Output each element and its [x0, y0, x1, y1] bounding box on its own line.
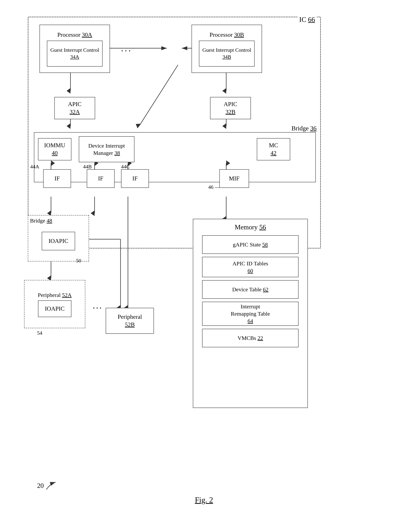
if-44a-label: IF [55, 175, 60, 182]
apic-32b-number: 32B [226, 108, 235, 116]
proc-30a-label: Processor 30A [57, 31, 92, 39]
ic-box: IC 66 Bridge 36 Processor 30A Guest Inte… [28, 17, 321, 249]
peripheral-52b-label: Peripheral [117, 313, 142, 321]
gapic-state-58: gAPIC State 58 [202, 235, 298, 254]
dim-label: Device Interrupt [88, 142, 125, 149]
bridge36-label: Bridge 36 [291, 125, 316, 132]
if-44b: IF [87, 169, 115, 188]
bridge36-box: IOMMU 40 Device Interrupt Manager 38 MC … [34, 132, 316, 182]
iommu-40: IOMMU 40 [38, 138, 71, 160]
ic-label: IC 66 [298, 16, 317, 23]
ref-44c: 44C [121, 164, 130, 170]
irt-number: 64 [248, 317, 253, 324]
gic-34b: Guest Interrupt Control 34B [199, 41, 255, 67]
peripheral-52b-number: 52B [125, 321, 135, 329]
mc-label: MC [269, 141, 278, 149]
apic-32a-label: APIC [68, 100, 82, 108]
mif-label: MIF [229, 175, 240, 182]
figure-label: Fig. 2 [195, 495, 213, 504]
device-table-label: Device Table 62 [232, 286, 268, 293]
dim-label2: Manager 38 [93, 149, 120, 156]
apic-32b-label: APIC [224, 100, 237, 108]
memory-56: Memory 56 gAPIC State 58 APIC ID Tables … [193, 219, 308, 408]
ioapic-bridge48-label: IOAPIC [49, 237, 68, 245]
mif-box: MIF [219, 169, 249, 188]
if-44b-label: IF [98, 175, 103, 182]
iommu-label: IOMMU [44, 141, 65, 149]
peripheral-52b: Peripheral 52B [106, 308, 154, 334]
processor-30b: Processor 30B Guest Interrupt Control 34… [192, 25, 262, 73]
mc-42: MC 42 [257, 138, 290, 160]
if-44a: IF [43, 169, 71, 188]
dim-38: Device Interrupt Manager 38 [79, 136, 134, 162]
peripheral-52a: Peripheral 52A IOAPIC [24, 280, 85, 328]
apic-32a: APIC 32A [54, 97, 95, 119]
apic-32b: APIC 32B [210, 97, 251, 119]
gic-34b-label: Guest Interrupt Control [203, 47, 251, 53]
ioapic-bridge48: IOAPIC [42, 232, 75, 250]
gapic-label: gAPIC State 58 [233, 241, 268, 248]
ref-44b: 44B [83, 164, 92, 170]
ioapic-52a: IOAPIC [38, 300, 71, 317]
interrupt-remapping-64: Interrupt Remapping Table 64 [202, 302, 298, 326]
ref-46: 46 — [208, 184, 220, 190]
irt-label2: Remapping Table [231, 310, 270, 317]
apic-id-number: 60 [248, 267, 253, 274]
iommu-number: 40 [52, 149, 58, 157]
vmcbs-22: VMCBs 22 [202, 329, 298, 347]
gic-34b-number: 34B [222, 54, 231, 60]
peripheral-52a-label: Peripheral 52A [38, 291, 71, 298]
ioapic-52a-label: IOAPIC [45, 305, 65, 313]
bridge48-label: Bridge 48 [30, 217, 52, 224]
device-table-62: Device Table 62 [202, 280, 298, 299]
ref-50: 50 [76, 258, 81, 264]
apic-id-label: APIC ID Tables [233, 260, 268, 267]
irt-label: Interrupt [241, 303, 260, 310]
processor-30a: Processor 30A Guest Interrupt Control 34… [39, 25, 110, 73]
if-44c-label: IF [132, 175, 138, 182]
processor-dots: ... [121, 43, 132, 53]
apic-32a-number: 32A [70, 108, 80, 116]
peripheral-dots: ... [93, 300, 103, 311]
apic-id-tables-60: APIC ID Tables 60 [202, 257, 298, 277]
ref-44a: 44A [30, 164, 39, 170]
gic-34a-number: 34A [70, 54, 79, 60]
proc-30b-label: Processor 30B [210, 31, 244, 39]
gic-34a: Guest Interrupt Control 34A [47, 41, 102, 67]
bridge-48: Bridge 48 IOAPIC [28, 215, 89, 261]
ref-54: 54 [37, 330, 42, 336]
gic-34a-label: Guest Interrupt Control [50, 47, 99, 53]
if-44c: IF [121, 169, 149, 188]
vmcbs-label: VMCBs 22 [237, 334, 263, 342]
memory-label: Memory 56 [235, 223, 266, 232]
mc-number: 42 [271, 149, 276, 157]
